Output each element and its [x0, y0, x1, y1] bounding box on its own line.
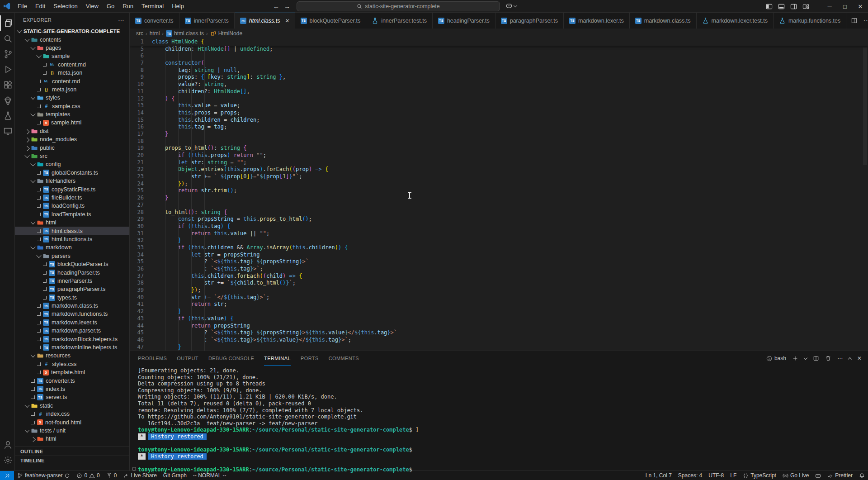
tree-item[interactable]: TScopyStaticFiles.ts: [15, 185, 129, 193]
tree-item[interactable]: #styles.css: [15, 360, 129, 368]
tree-item[interactable]: TSloadTemplate.ts: [15, 210, 129, 219]
menu-run[interactable]: Run: [118, 3, 137, 10]
tab-markdown.lexer.ts[interactable]: TSmarkdown.lexer.ts: [564, 13, 630, 29]
tree-item[interactable]: 5template.html: [15, 368, 129, 376]
tree-item[interactable]: M↓content.md: [15, 61, 129, 69]
more-actions-icon[interactable]: ⋯: [837, 355, 843, 361]
forward-arrow-icon[interactable]: →: [284, 3, 290, 10]
tab-innerParser.ts[interactable]: TSinnerParser.ts: [179, 13, 235, 29]
panel-tab-terminal[interactable]: TERMINAL: [264, 351, 291, 366]
copilot-menu[interactable]: [505, 2, 517, 10]
tree-item[interactable]: TShtml.class.ts: [15, 227, 129, 235]
tree-item[interactable]: {}meta.json: [15, 86, 129, 94]
status-git-branch[interactable]: feat/new-parser: [14, 471, 73, 480]
tab-markdown.class.ts[interactable]: TSmarkdown.class.ts: [630, 13, 697, 29]
breadcrumb-item[interactable]: src: [136, 30, 143, 37]
status-remote-indicator[interactable]: [0, 471, 14, 480]
explorer-actions-icon[interactable]: ⋯: [118, 16, 125, 24]
tree-item[interactable]: TSmarkdown.lexer.ts: [15, 318, 129, 327]
tree-item[interactable]: #index.css: [15, 410, 129, 418]
tree-item[interactable]: markdown: [15, 243, 129, 252]
tree-item[interactable]: contents: [15, 35, 129, 43]
section-outline[interactable]: OUTLINE: [15, 447, 129, 456]
activity-settings[interactable]: [0, 452, 15, 468]
section-timeline[interactable]: TIMELINE: [15, 456, 129, 465]
shell-selector[interactable]: bash: [766, 355, 786, 361]
breadcrumb-item[interactable]: HtmlNode: [210, 30, 242, 37]
close-button[interactable]: ✕: [853, 0, 868, 13]
code-editor[interactable]: 1class HtmlNode { 5 children: HtmlNode[]…: [130, 38, 868, 351]
tree-item[interactable]: #sample.css: [15, 102, 129, 110]
tree-item[interactable]: 5not-found.html: [15, 418, 129, 426]
tree-item[interactable]: TSmarkdown.functions.ts: [15, 310, 129, 318]
panel-tab-comments[interactable]: COMMENTS: [329, 351, 359, 366]
menu-go[interactable]: Go: [103, 3, 118, 10]
tab-markdown.lexer.test.ts[interactable]: markdown.lexer.test.ts: [697, 13, 774, 29]
tree-item[interactable]: config: [15, 160, 129, 168]
tab-innerParser.test.ts[interactable]: innerParser.test.ts: [366, 13, 433, 29]
customize-layout-icon[interactable]: [802, 3, 809, 10]
tree-item[interactable]: html: [15, 219, 129, 227]
new-terminal-icon[interactable]: [792, 355, 798, 361]
maximize-panel-icon[interactable]: [848, 357, 852, 361]
tree-item[interactable]: TSfileBuilder.ts: [15, 194, 129, 202]
tree-item[interactable]: sample: [15, 52, 129, 60]
panel-tab-problems[interactable]: PROBLEMS: [138, 351, 167, 366]
breadcrumb-item[interactable]: TShtml.class.ts: [166, 30, 204, 37]
tree-item[interactable]: TSmarkdown.class.ts: [15, 302, 129, 310]
tree-item[interactable]: dist: [15, 127, 129, 135]
tree-item[interactable]: resources: [15, 352, 129, 360]
tree-item[interactable]: TShtml.functions.ts: [15, 235, 129, 243]
activity-run-and-debug[interactable]: [0, 62, 15, 77]
activity-search[interactable]: [0, 31, 15, 46]
toggle-sidebar-icon[interactable]: [766, 3, 773, 10]
breadcrumb-item[interactable]: html: [150, 30, 160, 37]
terminal-dropdown-icon[interactable]: [804, 356, 807, 359]
back-arrow-icon[interactable]: ←: [273, 3, 279, 10]
tree-item[interactable]: M↓content.md: [15, 77, 129, 85]
activity-extensions[interactable]: [0, 77, 15, 92]
tree-item[interactable]: TSheadingParser.ts: [15, 268, 129, 276]
menu-view[interactable]: View: [82, 3, 103, 10]
terminal-output[interactable]: ]Enumerating objects: 21, done.Counting …: [130, 366, 868, 473]
tree-root[interactable]: STATIC-SITE-GENERATOR-COMPLETE: [15, 27, 129, 35]
tree-item[interactable]: styles: [15, 94, 129, 102]
menu-selection[interactable]: Selection: [49, 3, 81, 10]
tab-html.class.ts[interactable]: TShtml.class.ts✕: [235, 13, 295, 29]
tree-item[interactable]: TSparagraphParser.ts: [15, 285, 129, 293]
split-editor-icon[interactable]: [851, 17, 858, 24]
tree-item[interactable]: TSindex.ts: [15, 385, 129, 393]
split-terminal-icon[interactable]: [813, 355, 819, 361]
tree-item[interactable]: src: [15, 152, 129, 160]
activity-live-share[interactable]: [0, 92, 15, 108]
tree-item[interactable]: TSloadConfig.ts: [15, 202, 129, 210]
minimize-button[interactable]: ─: [822, 0, 837, 13]
more-tabs-icon[interactable]: ⋯: [863, 16, 868, 25]
tree-item[interactable]: TSinnerParser.ts: [15, 277, 129, 285]
tree-item[interactable]: TSblockQuoteParser.ts: [15, 260, 129, 268]
tree-item[interactable]: TSmarkdownBlock.helpers.ts: [15, 335, 129, 343]
tree-item[interactable]: TSmarkdown.parser.ts: [15, 327, 129, 335]
maximize-button[interactable]: □: [837, 0, 853, 13]
activity-source-control[interactable]: [0, 46, 15, 62]
tree-item[interactable]: parsers: [15, 252, 129, 260]
command-center-search[interactable]: static-site-generator-complete: [297, 1, 500, 11]
toggle-panel-icon[interactable]: [778, 3, 785, 10]
tree-item[interactable]: {}meta.json: [15, 69, 129, 77]
activity-account[interactable]: [0, 437, 15, 452]
tree-item[interactable]: TSmarkdownInline.helpers.ts: [15, 343, 129, 352]
tree-item[interactable]: static: [15, 402, 129, 410]
tab-markup.functions.tes[interactable]: markup.functions.tes: [774, 13, 846, 29]
close-panel-icon[interactable]: ✕: [857, 355, 862, 361]
tab-headingParser.ts[interactable]: TSheadingParser.ts: [433, 13, 495, 29]
menu-terminal[interactable]: Terminal: [137, 3, 168, 10]
menu-file[interactable]: File: [14, 3, 31, 10]
tree-item[interactable]: fileHandlers: [15, 177, 129, 185]
activity-testing[interactable]: [0, 108, 15, 123]
panel-tab-debug-console[interactable]: DEBUG CONSOLE: [208, 351, 254, 366]
tree-item[interactable]: TSglobalConstants.ts: [15, 169, 129, 177]
tab-converter.ts[interactable]: TSconverter.ts: [130, 13, 179, 29]
tree-item[interactable]: public: [15, 143, 129, 152]
editor-scrollbar[interactable]: [863, 48, 867, 165]
tree-item[interactable]: pages: [15, 44, 129, 52]
